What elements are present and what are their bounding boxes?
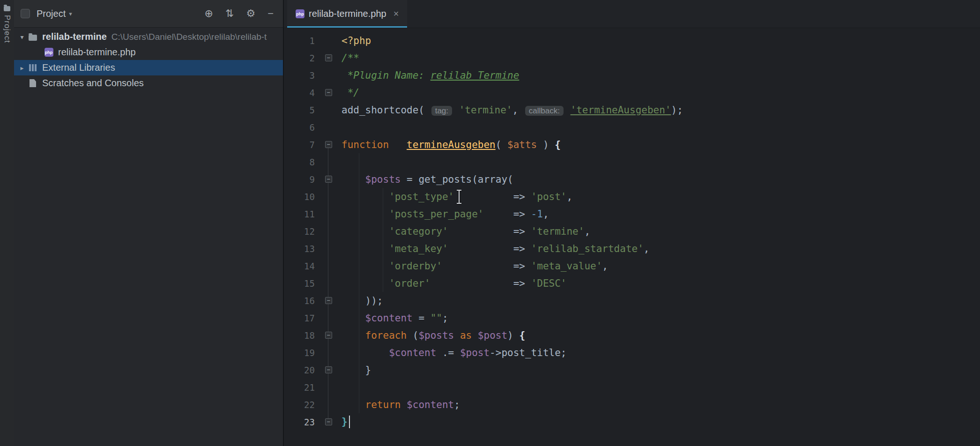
code-line: 23−} [284,413,980,431]
code-text[interactable]: 'order' => 'DESC' [335,278,566,289]
gutter-fold-column[interactable]: − [321,332,335,339]
code-text[interactable]: )); [335,295,383,306]
fold-marker-icon[interactable]: − [325,89,332,96]
fold-marker-icon[interactable]: − [325,176,332,183]
code-text[interactable]: 'posts_per_page' => -1, [335,208,549,220]
line-number[interactable]: 18 [284,330,321,341]
php-file-icon [45,48,53,57]
code-text[interactable]: /** [335,52,359,64]
code-text[interactable]: */ [335,87,359,98]
code-text[interactable]: 'post_type' => 'post', [335,191,572,202]
code-text[interactable]: $content = ""; [335,312,448,324]
line-number[interactable]: 19 [284,348,321,358]
gutter-fold-column[interactable]: − [321,297,335,304]
fold-marker-icon[interactable]: − [325,54,332,61]
code-token: * [342,70,353,81]
code-text[interactable]: 'category' => 'termine', [335,226,590,237]
line-number[interactable]: 17 [284,313,321,323]
editor-tab[interactable]: relilab-termine.php× [287,0,407,28]
code-token: } [342,416,348,427]
code-line: 2−/** [284,49,980,67]
line-number[interactable]: 23 [284,417,321,427]
code-token: , [644,243,650,254]
code-token: <?php [342,35,371,46]
gutter-fold-column[interactable]: − [321,366,335,373]
code-text[interactable]: <?php [335,35,371,46]
code-text[interactable]: add_shortcode( tag: 'termine', callback:… [335,104,683,116]
chevron-right-icon[interactable]: ▸ [17,64,27,72]
settings-gear-icon[interactable]: ⚙ [246,8,255,19]
gutter-fold-column[interactable]: − [321,176,335,183]
line-number[interactable]: 13 [284,244,321,254]
code-text[interactable]: 'meta_key' => 'relilab_startdate', [335,243,649,254]
gutter-fold-column[interactable]: − [321,89,335,96]
code-token [342,399,365,410]
expand-collapse-icon[interactable]: ⇅ [225,8,234,19]
close-icon[interactable]: × [393,8,399,19]
line-number[interactable]: 8 [284,157,321,167]
tree-item-external-libraries[interactable]: ▸External Libraries [14,60,283,75]
fold-marker-icon[interactable]: − [325,418,332,425]
gutter-fold-column[interactable]: − [321,54,335,61]
code-token [448,243,513,254]
tree-item-php-file[interactable]: relilab-termine.php [14,45,283,60]
gutter-fold-column[interactable]: − [321,418,335,425]
line-number[interactable]: 11 [284,209,321,219]
code-token: { [555,139,561,150]
stripe-label: Project [2,15,12,43]
tree-item-project-root[interactable]: ▾relilab-termineC:\Users\Daniel\Desktop\… [14,29,283,45]
line-number[interactable]: 14 [284,261,321,271]
line-number[interactable]: 6 [284,122,321,133]
line-number[interactable]: 2 [284,53,321,63]
panel-toolbar: ⊕⇅⚙− [205,8,284,19]
code-text[interactable]: } [335,416,350,428]
tree-item-scratches-and-consoles[interactable]: Scratches and Consoles [14,75,283,91]
fold-marker-icon[interactable]: − [325,297,332,304]
chevron-down-icon[interactable]: ▾ [17,33,27,41]
code-text[interactable]: function termineAusgeben( $atts ) { [335,139,561,150]
tab-label: relilab-termine.php [309,8,386,19]
tool-window-stripe: Project [0,0,15,446]
code-text[interactable]: } [335,364,371,376]
line-number[interactable]: 1 [284,36,321,46]
code-token: ( [496,139,507,150]
code-token: 'meta_key' [389,243,448,254]
code-text[interactable]: return $content; [335,399,460,410]
code-token: termineAusgeben [407,139,496,150]
code-text[interactable]: 'orderby' => 'meta_value', [335,260,608,272]
tree-item-label: relilab-termine.php [58,47,136,58]
line-number[interactable]: 22 [284,400,321,410]
fold-marker-icon[interactable]: − [325,366,332,373]
code-text[interactable]: $posts = get_posts(array( [335,174,513,185]
line-number[interactable]: 12 [284,226,321,237]
gutter-fold-column[interactable]: − [321,141,335,148]
tree-item-label: relilab-termine [42,31,107,42]
code-token: 'posts_per_page' [389,208,483,220]
code-text[interactable]: *Plugin Name: relilab Termine [335,70,519,81]
line-number[interactable]: 4 [284,88,321,98]
line-number[interactable]: 20 [284,365,321,375]
code-token: , [602,260,608,272]
line-number[interactable]: 7 [284,140,321,150]
line-number[interactable]: 16 [284,296,321,306]
line-number[interactable]: 9 [284,174,321,185]
code-text[interactable]: $content .= $post->post_title; [335,347,566,358]
project-stripe-button[interactable]: Project [0,0,14,43]
code-token: 'orderby' [389,260,442,272]
code-token: , [512,104,524,116]
locate-opened-file-icon[interactable]: ⊕ [205,8,213,19]
inlay-hint: tag: [431,106,452,116]
fold-marker-icon[interactable]: − [325,332,332,339]
fold-marker-icon[interactable]: − [325,141,332,148]
code-text[interactable]: foreach ($posts as $post) { [335,330,525,341]
line-number[interactable]: 10 [284,192,321,202]
line-number[interactable]: 3 [284,70,321,81]
line-number[interactable]: 5 [284,105,321,115]
project-view-selector[interactable]: Project ▾ [34,7,75,21]
code-area[interactable]: 1<?php2−/**3 *Plugin Name: relilab Termi… [284,28,980,446]
line-number[interactable]: 21 [284,382,321,393]
hide-panel-icon[interactable]: − [267,8,274,19]
code-token: return [365,399,407,410]
line-number[interactable]: 15 [284,278,321,289]
code-line: 12 'category' => 'termine', [284,223,980,240]
